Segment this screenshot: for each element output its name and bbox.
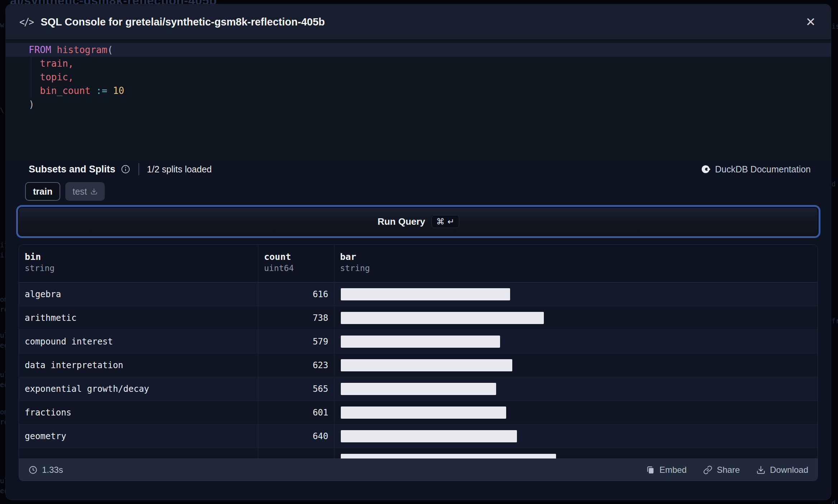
table-row: fractions601 (19, 401, 818, 424)
bin-cell: algebra (19, 282, 258, 306)
histogram-bar (341, 288, 510, 300)
bin-cell: data interpretation (19, 353, 258, 377)
query-duration: 1.33s (28, 465, 63, 475)
code-token: := (96, 85, 107, 96)
sql-console-modal: </> SQL Console for gretelai/synthetic-g… (6, 4, 831, 500)
close-icon[interactable]: ✕ (806, 16, 816, 28)
bar-cell (334, 306, 818, 329)
bar-cell (334, 353, 818, 377)
code-line: train, (6, 57, 831, 70)
table-row: data interpretation623 (19, 353, 818, 377)
code-line: topic, (6, 70, 831, 84)
share-icon (703, 465, 712, 475)
background-text-fragment: fr (832, 317, 838, 325)
split-chip-label: test (72, 186, 87, 197)
count-cell: 738 (258, 306, 334, 329)
duckdb-documentation-link[interactable]: DuckDB Documentation (701, 164, 811, 175)
subsets-row: Subsets and Splits 1/2 splits loaded Duc… (29, 161, 811, 178)
code-token (51, 44, 57, 55)
code-token: bin_count (40, 85, 90, 96)
bin-cell: geometry (19, 424, 258, 448)
table-row: algebra616 (19, 282, 818, 306)
table-row: geometry640 (19, 424, 818, 448)
column-type: string (340, 263, 818, 274)
code-token: histogram (57, 44, 107, 55)
table-header-row: binstringcountuint64barstring (19, 245, 818, 282)
results-panel: binstringcountuint64barstring algebra616… (19, 244, 818, 481)
split-chip-train[interactable]: train (25, 182, 60, 201)
bar-cell (334, 448, 818, 458)
count-cell: 616 (258, 282, 334, 306)
code-token: FROM (29, 44, 51, 55)
results-footer: 1.33s EmbedShareDownload (19, 458, 818, 481)
code-token (107, 85, 113, 96)
column-header-bin: binstring (19, 245, 258, 282)
cmd-key-icon: ⌘ (436, 217, 444, 226)
background-text-fragment: is (832, 22, 838, 30)
background-text-fragment: d (832, 499, 835, 504)
embed-label: Embed (659, 465, 687, 475)
code-token: ) (29, 99, 34, 110)
run-query-button[interactable]: Run Query ⌘ ↵ (16, 205, 820, 238)
histogram-bar (341, 312, 544, 324)
footer-actions: EmbedShareDownload (646, 465, 808, 475)
histogram-bar (341, 359, 512, 371)
embed-icon (646, 465, 655, 475)
return-key-icon: ↵ (447, 217, 454, 226)
column-name: bin (25, 251, 258, 263)
code-line: bin_count := 10 (6, 84, 831, 98)
split-chip-test[interactable]: test (65, 182, 105, 201)
duckdb-logo-icon (701, 165, 711, 174)
column-header-bar: barstring (334, 245, 818, 282)
bar-cell (334, 401, 818, 424)
duckdb-documentation-label: DuckDB Documentation (715, 164, 811, 175)
info-icon[interactable] (121, 164, 131, 174)
embed-button[interactable]: Embed (646, 465, 687, 475)
share-button[interactable]: Share (703, 465, 740, 475)
table-row-partial (19, 448, 818, 458)
download-button[interactable]: Download (756, 465, 808, 475)
bin-cell (19, 448, 258, 458)
clock-icon (28, 465, 38, 475)
code-token (29, 72, 40, 82)
subsets-label: Subsets and Splits (29, 164, 116, 175)
download-label: Download (770, 465, 808, 475)
count-cell: 579 (258, 330, 334, 353)
background-text-fragment: d (832, 180, 835, 188)
background-text-fragment: w (0, 21, 4, 29)
histogram-bar (341, 336, 500, 348)
column-type: uint64 (264, 263, 334, 274)
code-token: topic (40, 72, 68, 82)
code-token (29, 85, 40, 96)
download-split-icon (90, 188, 98, 195)
code-icon: </> (19, 16, 33, 28)
table-row: compound interest579 (19, 330, 818, 353)
code-token (90, 85, 96, 96)
count-cell: 640 (258, 424, 334, 448)
modal-titlebar: </> SQL Console for gretelai/synthetic-g… (6, 4, 831, 40)
table-body: algebra616arithmetic738compound interest… (19, 282, 818, 458)
column-type: string (25, 263, 258, 274)
bin-cell: exponential growth/decay (19, 377, 258, 400)
sql-editor[interactable]: FROM histogram( train, topic, bin_count … (6, 40, 831, 161)
code-token: , (68, 72, 74, 82)
code-token: 10 (113, 85, 124, 96)
table-row: arithmetic738 (19, 306, 818, 330)
results-table[interactable]: binstringcountuint64barstring algebra616… (19, 245, 818, 458)
bin-cell: arithmetic (19, 306, 258, 329)
splits-loaded-status: 1/2 splits loaded (147, 164, 212, 175)
code-token: , (68, 58, 74, 69)
bar-cell (334, 424, 818, 448)
code-line: FROM histogram( (6, 43, 831, 57)
bin-cell: fractions (19, 401, 258, 424)
indent-guide (31, 57, 31, 98)
bar-cell (334, 282, 818, 306)
count-cell: 623 (258, 353, 334, 377)
duration-value: 1.33s (42, 465, 63, 475)
bar-cell (334, 330, 818, 353)
count-cell (258, 448, 334, 458)
code-line: ) (6, 98, 831, 111)
column-name: bar (340, 251, 818, 263)
background-text-fragment: \ (0, 106, 4, 114)
column-header-count: countuint64 (258, 245, 334, 282)
